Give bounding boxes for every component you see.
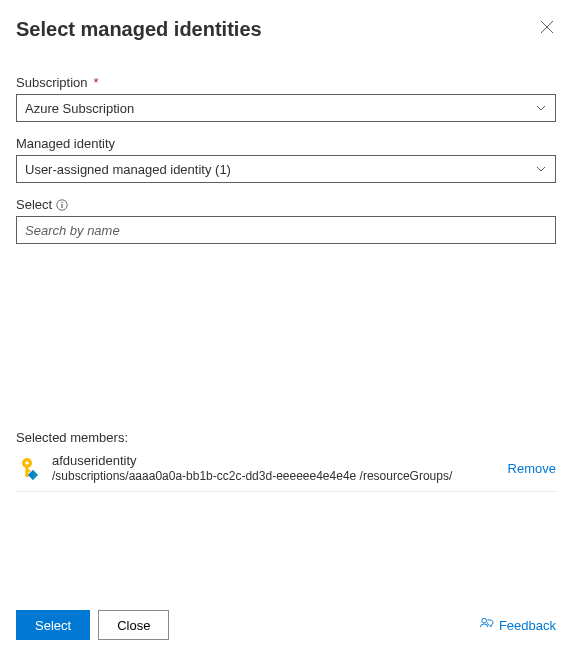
subscription-dropdown[interactable]: Azure Subscription	[16, 94, 556, 122]
member-row: afduseridentity /subscriptions/aaaa0a0a-…	[16, 449, 556, 492]
svg-point-8	[482, 618, 487, 623]
panel-title: Select managed identities	[16, 18, 262, 41]
selected-members-section: Selected members: afduseridentity /subsc…	[16, 430, 556, 492]
search-input[interactable]	[16, 216, 556, 244]
panel-header: Select managed identities	[16, 18, 556, 41]
remove-link[interactable]: Remove	[508, 461, 556, 476]
spacer	[16, 258, 556, 430]
member-info: afduseridentity /subscriptions/aaaa0a0a-…	[52, 453, 500, 485]
svg-point-7	[25, 461, 29, 465]
managed-identity-field: Managed identity User-assigned managed i…	[16, 136, 556, 183]
managed-identity-dropdown[interactable]: User-assigned managed identity (1)	[16, 155, 556, 183]
managed-identity-value: User-assigned managed identity (1)	[25, 162, 231, 177]
member-name: afduseridentity	[52, 453, 500, 470]
subscription-field: Subscription* Azure Subscription	[16, 75, 556, 122]
svg-rect-2	[62, 204, 63, 208]
select-field: Select	[16, 197, 556, 244]
panel-footer: Select Close Feedback	[16, 510, 556, 640]
managed-identity-icon	[16, 455, 44, 483]
subscription-value: Azure Subscription	[25, 101, 134, 116]
chevron-down-icon	[535, 163, 547, 175]
select-button[interactable]: Select	[16, 610, 90, 640]
svg-rect-5	[26, 470, 31, 472]
feedback-icon	[479, 616, 494, 634]
info-icon[interactable]	[56, 199, 68, 211]
subscription-label: Subscription*	[16, 75, 556, 90]
managed-identity-label: Managed identity	[16, 136, 556, 151]
chevron-down-icon	[535, 102, 547, 114]
selected-members-label: Selected members:	[16, 430, 556, 445]
feedback-link[interactable]: Feedback	[479, 616, 556, 634]
close-button[interactable]: Close	[98, 610, 169, 640]
feedback-label: Feedback	[499, 618, 556, 633]
svg-point-1	[61, 201, 62, 202]
footer-buttons: Select Close	[16, 610, 169, 640]
required-indicator: *	[94, 75, 99, 90]
close-icon[interactable]	[538, 18, 556, 39]
select-label: Select	[16, 197, 556, 212]
member-path: /subscriptions/aaaa0a0a-bb1b-cc2c-dd3d-e…	[52, 469, 500, 485]
